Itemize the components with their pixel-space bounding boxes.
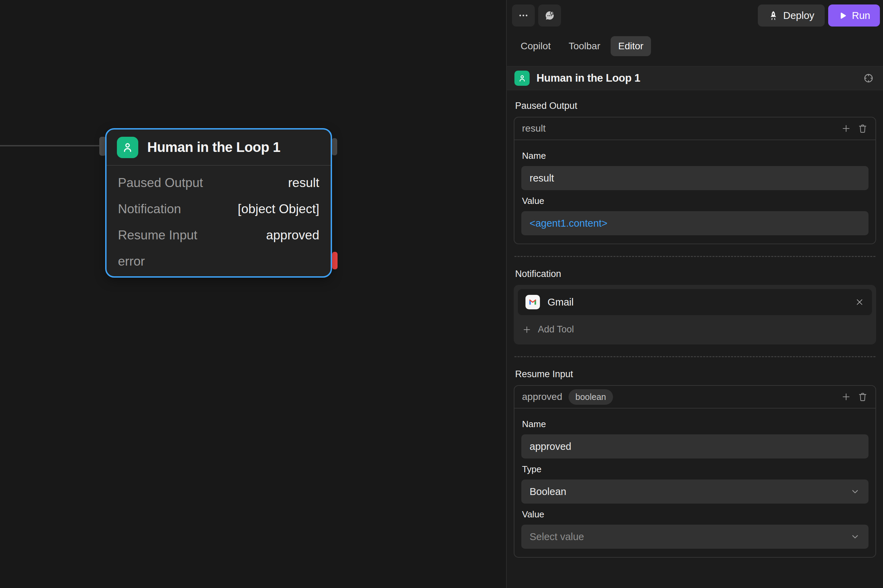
add-tool-button[interactable]: Add Tool [518, 315, 578, 340]
gmail-tool-row[interactable]: Gmail [518, 289, 872, 315]
node-title: Human in the Loop 1 [147, 140, 280, 155]
boolean-type-badge: boolean [569, 389, 613, 405]
person-icon [514, 70, 529, 86]
panel-topbar: Deploy Run [507, 0, 883, 27]
node-row-value: result [288, 176, 319, 190]
add-input-plus-icon[interactable] [841, 392, 851, 402]
add-output-plus-icon[interactable] [841, 123, 851, 134]
resume-input-item-header[interactable]: approved boolean [514, 386, 875, 408]
workflow-node-human-in-the-loop[interactable]: Human in the Loop 1 Paused Output result… [105, 128, 332, 278]
properties-panel: Deploy Run Copilot Toolbar Editor Human … [506, 0, 883, 588]
type-field-label: Type [522, 464, 868, 475]
section-separator [514, 256, 875, 257]
paused-output-item-header[interactable]: result [514, 117, 875, 140]
paused-output-value-input[interactable]: <agent1.content> [521, 211, 868, 235]
node-row-paused-output: Paused Output result [118, 170, 319, 196]
locate-node-crosshair-icon[interactable] [863, 73, 874, 84]
node-row-label: error [118, 254, 145, 268]
chevron-down-icon [850, 486, 860, 497]
chevron-down-icon [850, 531, 860, 542]
node-row-label: Resume Input [118, 228, 197, 243]
plus-icon [522, 325, 532, 334]
name-field-label: Name [522, 419, 868, 429]
panel-body: Paused Output result Name [507, 90, 883, 558]
node-output-handle[interactable] [332, 138, 337, 155]
connection-edge [0, 145, 104, 146]
node-error-handle[interactable] [332, 252, 337, 269]
node-editor-header: Human in the Loop 1 [507, 66, 883, 90]
panel-node-title: Human in the Loop 1 [537, 72, 640, 84]
more-options-button[interactable] [512, 4, 535, 27]
notification-tools-card: Gmail Add Tool [514, 285, 876, 345]
value-select-placeholder: Select value [529, 531, 584, 543]
node-row-value: approved [266, 228, 319, 243]
resume-input-card: approved boolean Name T [514, 385, 876, 558]
run-button[interactable]: Run [828, 4, 880, 27]
tab-toolbar[interactable]: Toolbar [561, 36, 608, 56]
node-row-label: Notification [118, 202, 181, 216]
paused-output-item-name: result [522, 123, 546, 134]
tool-name: Gmail [548, 297, 574, 308]
type-select-value: Boolean [529, 486, 566, 497]
node-row-resume-input: Resume Input approved [118, 222, 319, 248]
remove-tool-close-icon[interactable] [855, 297, 864, 307]
deploy-button[interactable]: Deploy [758, 4, 825, 27]
name-field-label: Name [522, 150, 868, 161]
value-field-label: Value [522, 196, 868, 206]
node-header: Human in the Loop 1 [107, 129, 331, 165]
delete-input-trash-icon[interactable] [857, 392, 868, 402]
node-body: Paused Output result Notification [objec… [107, 166, 331, 279]
gmail-icon [525, 295, 540, 309]
person-icon [117, 137, 138, 158]
value-field-label: Value [522, 509, 868, 520]
value-select[interactable]: Select value [521, 525, 868, 549]
assistant-chat-icon[interactable] [538, 4, 561, 27]
notification-section-label: Notification [515, 268, 875, 279]
resume-input-section-label: Resume Input [515, 369, 875, 380]
play-icon [838, 11, 847, 20]
run-label: Run [852, 10, 870, 21]
delete-output-trash-icon[interactable] [857, 123, 868, 134]
type-select[interactable]: Boolean [521, 480, 868, 504]
paused-output-section-label: Paused Output [515, 100, 875, 111]
paused-output-card: result Name Value [514, 117, 876, 244]
node-row-label: Paused Output [118, 176, 203, 190]
deploy-label: Deploy [783, 10, 814, 21]
resume-input-item-name: approved [522, 391, 563, 402]
tab-copilot[interactable]: Copilot [513, 36, 558, 56]
resume-input-name-input[interactable] [521, 434, 868, 459]
section-separator [514, 356, 875, 357]
node-row-notification: Notification [object Object] [118, 196, 319, 222]
app-window: Human in the Loop 1 Paused Output result… [0, 0, 883, 588]
node-row-value: [object Object] [238, 202, 319, 216]
node-row-error: error [118, 248, 319, 274]
add-tool-label: Add Tool [538, 324, 574, 335]
panel-tabs: Copilot Toolbar Editor [507, 27, 883, 56]
agent-content-token[interactable]: <agent1.content> [529, 218, 608, 229]
tab-editor[interactable]: Editor [611, 36, 651, 56]
workflow-canvas[interactable]: Human in the Loop 1 Paused Output result… [0, 0, 506, 588]
paused-output-name-input[interactable] [521, 166, 868, 190]
rocket-icon [768, 10, 779, 21]
